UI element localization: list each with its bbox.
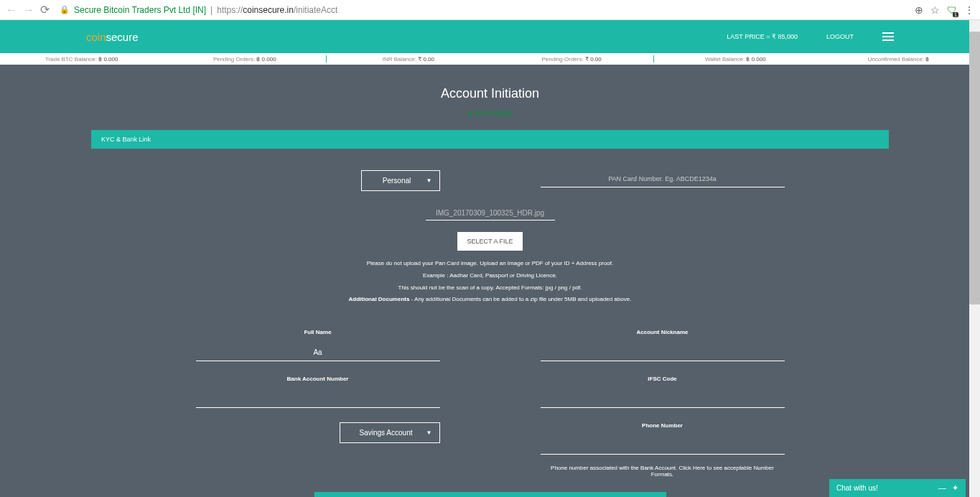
ifsc-label: IFSC Code [541, 376, 785, 382]
hamburger-menu-icon[interactable] [882, 32, 894, 41]
star-icon[interactable]: ☆ [930, 4, 940, 16]
upload-hint-1: Please do not upload your Pan Card image… [120, 259, 860, 269]
uploaded-file-name: IMG_20170309_100325_HDR.jpg [426, 206, 555, 220]
pending-inr: Pending Orders: ₹ 0.00 [490, 56, 653, 62]
extension-shield-icon[interactable]: 🛡1 [947, 4, 957, 16]
full-name-input[interactable] [196, 344, 440, 361]
send-sms-button[interactable]: SEND NEW SMS CODE [314, 492, 666, 497]
zoom-icon[interactable]: ⊕ [915, 4, 923, 16]
account-type-dropdown[interactable]: Personal [361, 170, 440, 191]
wallet-balance: Wallet Balance: ฿ 0.000 [654, 56, 817, 62]
nickname-label: Account Nickname [541, 329, 785, 335]
chat-widget[interactable]: Chat with us! — ✦ [829, 479, 966, 497]
logout-link[interactable]: LOGOUT [826, 33, 854, 40]
page-content: Account Initiation Incomplete KYC & Bank… [0, 65, 980, 497]
site-header: coinsecure LAST PRICE = ₹ 85,000 LOGOUT [0, 20, 980, 53]
url-text: https://coinsecure.in/initiateAcct [217, 5, 337, 15]
phone-input[interactable] [541, 437, 785, 455]
cert-name: Secure Bitcoin Traders Pvt Ltd [IN] [74, 5, 206, 15]
phone-hint[interactable]: Phone number associated with the Bank Ac… [541, 465, 785, 478]
nickname-input[interactable] [541, 344, 785, 361]
full-name-label: Full Name [196, 329, 440, 335]
balance-bar: Trade BTC Balance: ฿ 0.000 Pending Order… [0, 53, 980, 65]
phone-label: Phone Number [541, 422, 785, 429]
pending-btc: Pending Orders: ฿ 0.000 [163, 56, 326, 62]
bank-number-label: Bank Account Number [196, 376, 440, 382]
browser-right-icons: ⊕ ☆ 🛡1 ⋮ [915, 4, 974, 16]
ifsc-input[interactable] [541, 391, 785, 408]
bank-number-input[interactable] [196, 391, 440, 408]
upload-hint-4: Additional Documents - Any additional Do… [120, 295, 860, 305]
status-badge: Incomplete [0, 108, 980, 117]
last-price: LAST PRICE = ₹ 85,000 [727, 33, 798, 40]
inr-balance: INR Balance: ₹ 0.00 [327, 56, 490, 62]
panel-header: KYC & Bank Link [91, 130, 889, 149]
unconfirmed-balance: Unconfirmed Balance: ฿ [817, 56, 980, 62]
chat-expand-icon[interactable]: ✦ [952, 483, 958, 493]
lock-icon: 🔒 [60, 5, 70, 14]
browser-menu-icon[interactable]: ⋮ [964, 4, 974, 16]
upload-hint-3: This should not be the scan of a copy. A… [120, 284, 860, 293]
chat-minimize-icon[interactable]: — [938, 483, 946, 493]
logo[interactable]: coinsecure [86, 31, 139, 43]
select-file-button[interactable]: SELECT A FILE [457, 232, 523, 251]
chat-label: Chat with us! [836, 484, 878, 492]
bank-type-dropdown[interactable]: Savings Account [340, 422, 440, 443]
address-bar[interactable]: 🔒 Secure Bitcoin Traders Pvt Ltd [IN] | … [55, 4, 909, 17]
url-separator: | [210, 5, 213, 15]
page-title: Account Initiation [0, 86, 980, 101]
kyc-panel: KYC & Bank Link Personal IMG_20170309_10… [91, 130, 889, 497]
trade-btc-balance: Trade BTC Balance: ฿ 0.000 [0, 56, 163, 62]
nav-back-icon[interactable]: ← [6, 4, 17, 17]
nav-reload-icon[interactable]: ⟳ [40, 3, 50, 17]
nav-forward-icon[interactable]: → [23, 4, 34, 17]
pan-input[interactable] [541, 170, 785, 187]
browser-toolbar: ← → ⟳ 🔒 Secure Bitcoin Traders Pvt Ltd [… [0, 0, 980, 20]
upload-hint-2: Example : Aadhar Card, Passport or Drivi… [120, 271, 860, 281]
scrollbar-thumb[interactable] [969, 32, 980, 305]
